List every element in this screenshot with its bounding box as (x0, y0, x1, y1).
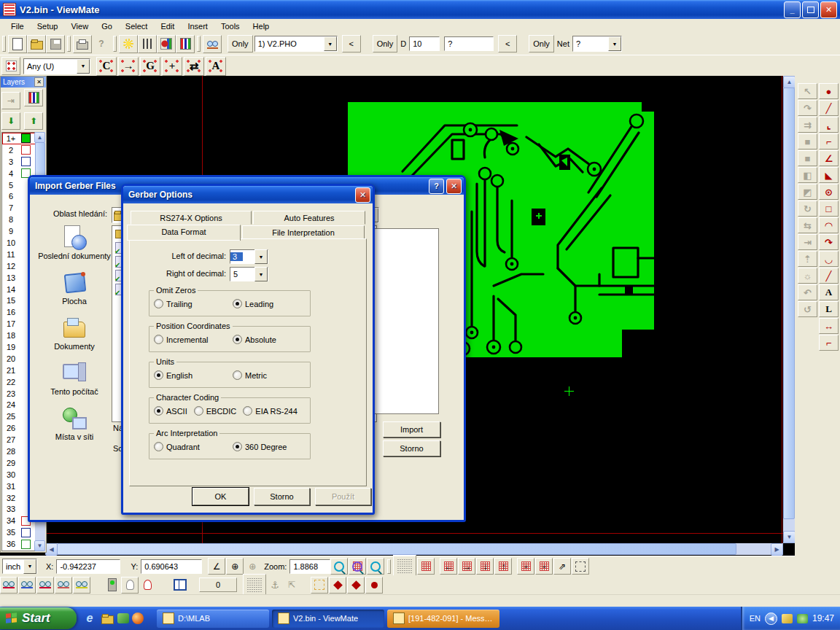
context-help-button[interactable]: ? (92, 35, 111, 53)
corner-j-tool[interactable]: ⌐ (819, 335, 839, 351)
solid-square-2-tool[interactable]: ■ (798, 150, 817, 166)
view-flash-button[interactable] (73, 577, 90, 594)
measure-tools-button[interactable] (138, 35, 157, 53)
print-button[interactable] (73, 35, 92, 53)
layer-row[interactable]: 35 (2, 526, 36, 538)
right-of-decimal-combo[interactable]: 5 ▼ (230, 267, 268, 281)
scroll-up-button[interactable]: ▲ (34, 132, 45, 143)
dcode-filter-input[interactable]: ? (444, 36, 494, 51)
chevron-down-icon[interactable]: ▼ (254, 249, 268, 264)
quicklaunch-book-icon[interactable] (117, 613, 129, 623)
layer-row[interactable]: 2 (2, 144, 36, 156)
layer-colors-button[interactable] (157, 35, 176, 53)
radio-metric[interactable]: Metric (233, 370, 300, 380)
menu-item[interactable]: Go (95, 20, 119, 32)
draw-pad-tool[interactable]: ● (819, 83, 839, 99)
chevron-down-icon[interactable]: ▼ (23, 559, 36, 574)
menu-item[interactable]: View (64, 20, 95, 32)
view-dcodes-button[interactable] (0, 577, 18, 594)
restore-button[interactable] (802, 1, 819, 18)
layer-film-button[interactable] (24, 89, 43, 106)
highlight-on-button[interactable] (139, 578, 155, 593)
flash-mode-3-button[interactable] (347, 577, 365, 594)
pan-right-button[interactable]: → (458, 558, 475, 575)
draw-angle-tool[interactable]: ∠ (819, 150, 839, 166)
pan-up-button[interactable]: ↑ (494, 558, 512, 575)
quicklaunch-firefox-icon[interactable] (132, 612, 144, 624)
save-button[interactable] (46, 35, 65, 53)
grid-snap-button[interactable]: ▫ (535, 558, 553, 575)
place-recent-documents[interactable]: Poslední dokumenty (37, 225, 112, 260)
layer-move-down-button[interactable]: ⬇ (1, 112, 20, 130)
ok-button[interactable]: OK (192, 488, 249, 505)
layer-row[interactable]: 3 (2, 156, 36, 168)
task-messenger[interactable]: [191-482-091] - Mess… (387, 610, 499, 628)
draw-triangle-tool[interactable]: ◣ (819, 167, 839, 183)
mirror-tool[interactable]: ◧ (798, 167, 817, 183)
menu-item[interactable]: Setup (31, 20, 65, 32)
dcode-pattern-button[interactable] (1, 57, 20, 75)
dcode-text-button[interactable]: A (206, 57, 226, 76)
highlight-off-button[interactable] (121, 577, 139, 594)
grid-lines-button[interactable] (417, 558, 435, 575)
units-combo[interactable]: inch ▼ (2, 559, 37, 574)
scroll-down-button[interactable]: ▼ (783, 531, 796, 543)
task-viewmate[interactable]: V2.bin - ViewMate (272, 610, 384, 628)
grid-dots-button[interactable] (393, 555, 416, 578)
zoom-grid-button[interactable] (349, 558, 366, 575)
vertical-scrollbar[interactable]: ▲ ▼ (783, 76, 795, 543)
undo-tool[interactable]: ↶ (798, 284, 817, 300)
open-file-button[interactable] (27, 35, 46, 53)
chevron-down-icon[interactable]: ▼ (608, 36, 621, 51)
previous-dcode-button[interactable]: < (498, 35, 517, 52)
menu-item[interactable]: File (4, 20, 31, 32)
chevron-down-icon[interactable]: ▼ (324, 36, 337, 51)
scroll-left-button[interactable]: ◀ (45, 543, 58, 556)
layer-insert-button[interactable]: ⇥ (1, 92, 20, 109)
draw-arc2-tool[interactable]: ◡ (819, 251, 839, 267)
previous-layer-button[interactable]: < (342, 35, 361, 52)
move-item-tool[interactable]: ⇥ (798, 234, 817, 250)
layer-row[interactable]: 1+ (2, 133, 36, 144)
draw-curve-tool[interactable]: ↷ (819, 234, 839, 250)
chevron-down-icon[interactable]: ▼ (254, 267, 268, 281)
layer-color-swatch[interactable] (21, 540, 31, 549)
help-button[interactable]: ? (429, 179, 444, 194)
new-file-button[interactable] (8, 35, 27, 53)
language-indicator[interactable]: EN (750, 614, 761, 623)
draw-rect-tool[interactable]: □ (819, 201, 839, 217)
minimize-button[interactable]: _ (784, 1, 801, 18)
scrollbar-thumb[interactable] (57, 543, 736, 555)
grid-matrix-button[interactable] (243, 574, 266, 596)
place-documents[interactable]: Dokumenty (37, 316, 112, 351)
menu-item[interactable]: Insert (181, 20, 214, 32)
flash-mode-1-button[interactable] (311, 577, 328, 594)
swap-tool[interactable]: ⇆ (798, 217, 817, 233)
anchor-button[interactable]: ⚓ (267, 578, 283, 593)
net-combo[interactable]: ? ▼ (572, 36, 622, 52)
tray-collapse-icon[interactable]: ◀ (765, 612, 777, 625)
pan-left-button[interactable]: ← (440, 558, 457, 575)
radio-quadrant[interactable]: Quadrant (154, 442, 221, 451)
film-setup-button[interactable] (176, 35, 195, 53)
tray-icon-app[interactable] (797, 614, 808, 623)
layer-color-swatch[interactable] (21, 528, 31, 537)
layers-panel-titlebar[interactable]: Layers ✕ (1, 77, 46, 88)
angle-mode-button[interactable]: ∠ (208, 558, 225, 575)
close-icon[interactable]: ✕ (34, 77, 44, 87)
menu-item[interactable]: Tools (214, 20, 246, 32)
place-desktop[interactable]: Plocha (37, 271, 112, 306)
text-l-tool[interactable]: L (819, 301, 839, 317)
tab-file-interpretation[interactable]: File Interpretation (242, 225, 365, 239)
group-rotate-tool[interactable]: ↺ (798, 301, 817, 317)
cancel-button[interactable]: Storno (383, 440, 440, 456)
radio-360-degree[interactable]: 360 Degree (233, 442, 300, 451)
stretch-mode-button[interactable]: ⇱ (284, 578, 300, 593)
horizontal-scrollbar[interactable]: ◀ ▶ (45, 543, 783, 555)
text-a-tool[interactable]: A (819, 284, 839, 300)
menu-item[interactable]: Help (246, 20, 276, 32)
tray-icon-messenger[interactable] (782, 614, 793, 623)
zoom-value-field[interactable]: 1.8868 (289, 559, 330, 574)
settings-gear-tool[interactable]: ☼ (798, 268, 817, 284)
quicklaunch-folder-icon[interactable] (100, 611, 114, 626)
